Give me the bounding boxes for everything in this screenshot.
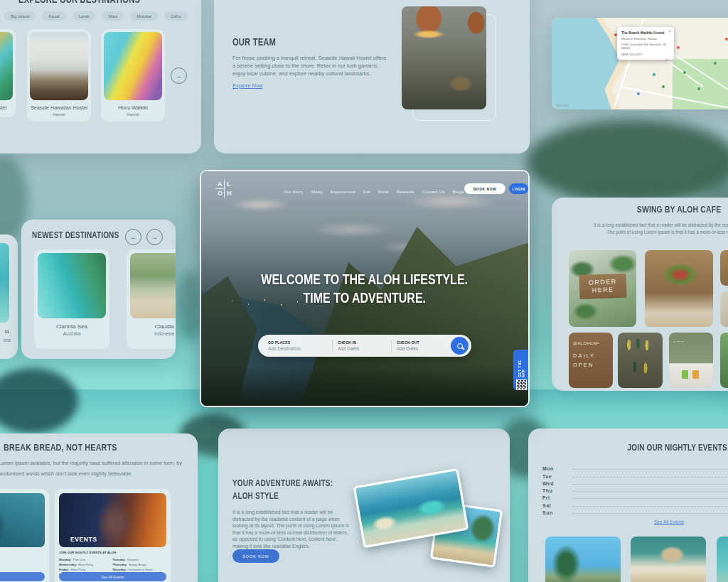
logo-letter: H bbox=[225, 189, 234, 198]
close-icon[interactable]: × bbox=[668, 29, 671, 33]
dotted-line bbox=[572, 484, 728, 485]
map-pin[interactable] bbox=[677, 46, 680, 49]
book-now-button[interactable]: BOOK NOW bbox=[464, 183, 505, 194]
destination-card[interactable]: Seaside Hawaiian Hostel Hawaii bbox=[27, 29, 91, 122]
cafe-body-line1: It is a long established fact that a rea… bbox=[586, 222, 728, 227]
nav-rewards[interactable]: Rewards bbox=[397, 190, 414, 194]
weekly-schedule: Mon Tue Wed Thu Fri Sat Sun bbox=[542, 464, 728, 515]
search-button[interactable] bbox=[451, 337, 469, 355]
destination-location: one bbox=[0, 338, 14, 343]
get-the-app-label: GET THE APP bbox=[518, 352, 525, 377]
go-places-field[interactable]: GO PLACES Add Destination bbox=[258, 335, 332, 357]
see-all-events-button[interactable]: See All Events bbox=[59, 572, 166, 581]
event-card[interactable] bbox=[0, 489, 49, 582]
destination-name: Claudia bbox=[130, 323, 176, 330]
carousel-prev-button[interactable]: ← bbox=[125, 229, 141, 245]
day-row: Mon bbox=[542, 464, 728, 471]
break-bread-title: BREAK BREAD, NOT HEARTS bbox=[4, 442, 146, 453]
explore-now-link[interactable]: Explore Now bbox=[232, 82, 263, 89]
map-pin[interactable] bbox=[714, 62, 717, 65]
explore-destinations-section: EXPLORE OUR DESTINATIONS Big Island Kaua… bbox=[0, 0, 201, 153]
carousel-next-button[interactable]: → bbox=[146, 229, 163, 245]
hostel-photo bbox=[104, 32, 162, 100]
nav-drink[interactable]: Drink bbox=[378, 190, 389, 194]
check-out-placeholder: Add Dates bbox=[397, 346, 450, 351]
day-row: Fri bbox=[542, 493, 728, 500]
dotted-line bbox=[572, 498, 728, 499]
destination-card[interactable]: Honu Waikiki Hawaii bbox=[101, 29, 165, 122]
dotted-line bbox=[572, 506, 728, 507]
hero-foreground bbox=[201, 366, 528, 406]
chip-big-island[interactable]: Big Island bbox=[4, 11, 36, 21]
map-pin[interactable] bbox=[725, 38, 728, 41]
day-row: Thu bbox=[542, 486, 728, 493]
chip-molokai[interactable]: Molokai bbox=[130, 11, 158, 21]
newest-destinations-section: NEWEST DESTINATIONS ← → Clarinta Sea Aus… bbox=[21, 220, 176, 359]
cafe-photo-food bbox=[645, 250, 713, 327]
map-pin[interactable] bbox=[653, 73, 655, 76]
day-row: Wed bbox=[542, 479, 728, 486]
carousel-next-button[interactable]: → bbox=[171, 68, 187, 84]
dj-events-photo: EVENTS bbox=[59, 493, 166, 547]
nav-blogs[interactable]: Blogs bbox=[452, 190, 464, 194]
book-now-button[interactable]: BOOK NOW bbox=[232, 549, 279, 563]
check-in-label: CHECK-IN bbox=[338, 340, 391, 345]
chip-oahu[interactable]: Oahu bbox=[164, 11, 188, 21]
hostel-name: ostel bbox=[0, 104, 13, 111]
cafe-title: SWING BY ALOH CAFE bbox=[586, 204, 728, 215]
tooltip-address: 2569 Cartwright Rd, Honolulu, HI 96813 bbox=[621, 43, 670, 50]
search-icon bbox=[457, 343, 463, 349]
adventure-section: YOUR ADVENTURE AWAITS: ALOH STYLE It is … bbox=[218, 429, 510, 582]
cafe-photo-order-sign: ORDER HERE bbox=[569, 250, 636, 327]
cafe-handle-text: @ALOHCAF bbox=[573, 341, 613, 345]
break-bread-section: BREAK BREAD, NOT HEARTS There are many v… bbox=[0, 433, 198, 582]
nightly-events-heading: JOIN OUR NIGHTLY EVENTS AT ALOH bbox=[59, 551, 166, 554]
nav-eat[interactable]: Eat bbox=[363, 190, 370, 194]
aloh-logo[interactable]: A L O H bbox=[215, 180, 234, 198]
day-row: Sun bbox=[542, 508, 728, 515]
location-map[interactable]: The Beach Waikiki Hostel × Hostel in Hon… bbox=[552, 18, 728, 109]
chip-maui[interactable]: Maui bbox=[102, 11, 124, 21]
map-pin[interactable] bbox=[637, 92, 640, 95]
booking-search-bar: GO PLACES Add Destination CHECK-IN Add D… bbox=[258, 335, 471, 357]
event-card[interactable]: EVENTS JOIN OUR NIGHTLY EVENTS AT ALOH M… bbox=[55, 489, 171, 582]
cafe-daily-text: DAILY bbox=[573, 352, 613, 359]
order-here-sign: ORDER HERE bbox=[579, 274, 626, 299]
get-the-app-tab[interactable]: GET THE APP bbox=[513, 350, 530, 390]
team-description: For those seeking a tranquil retreat, Se… bbox=[232, 55, 389, 77]
map-pin[interactable] bbox=[662, 85, 665, 88]
destination-card[interactable]: Clarinta Sea Australia bbox=[34, 249, 109, 349]
cup-orange bbox=[692, 370, 699, 379]
nav-sleep[interactable]: Sleep bbox=[311, 190, 322, 194]
chip-lanai[interactable]: Lanai bbox=[73, 11, 96, 21]
map-pin[interactable] bbox=[697, 87, 700, 90]
cafe-open-text: OPEN bbox=[573, 362, 613, 368]
adventure-body: It is a long established fact that a rea… bbox=[232, 509, 349, 550]
schedule-row: Friday:Glow Party bbox=[59, 567, 113, 572]
check-in-field[interactable]: CHECK-IN Add Dates bbox=[333, 335, 391, 357]
event-card-button[interactable] bbox=[0, 572, 45, 581]
chip-kauai[interactable]: Kauai bbox=[42, 11, 65, 21]
nav-our-story[interactable]: Our Story bbox=[284, 190, 303, 194]
nav-experiences[interactable]: Experiences bbox=[331, 190, 355, 194]
check-out-label: CHECK-OUT bbox=[397, 340, 450, 345]
see-all-events-link[interactable]: See All Events bbox=[571, 519, 728, 524]
check-in-placeholder: Add Dates bbox=[338, 346, 391, 351]
destination-card[interactable]: ostel bbox=[0, 29, 16, 117]
check-out-field[interactable]: CHECK-OUT Add Dates bbox=[392, 335, 450, 357]
arrow-right-icon: → bbox=[176, 72, 182, 80]
login-button[interactable]: LOGIN bbox=[509, 183, 528, 194]
destination-card[interactable]: Claudia Indonesia bbox=[127, 249, 176, 349]
map-pin[interactable] bbox=[683, 71, 686, 74]
dotted-line bbox=[572, 477, 728, 478]
cafe-photo-neon: ~ ~ ~ bbox=[669, 333, 713, 388]
nightly-events-section: JOIN OUR NIGHTLY EVENTS Mon Tue Wed Thu … bbox=[528, 429, 728, 582]
cup-green bbox=[682, 370, 688, 379]
destination-card-fragment[interactable]: ia one bbox=[0, 235, 18, 359]
map-watermark: Google bbox=[556, 103, 569, 107]
hero-headline-line1: WELCOME TO THE ALOH LIFESTYLE. bbox=[201, 271, 528, 288]
cafe-photo-hours-sign: @ALOHCAF DAILY OPEN bbox=[569, 333, 613, 388]
cafe-photo bbox=[720, 250, 728, 286]
schedule-row: Monday:Pub Quiz bbox=[59, 557, 113, 562]
nav-contact-us[interactable]: Contact Us bbox=[422, 190, 445, 194]
